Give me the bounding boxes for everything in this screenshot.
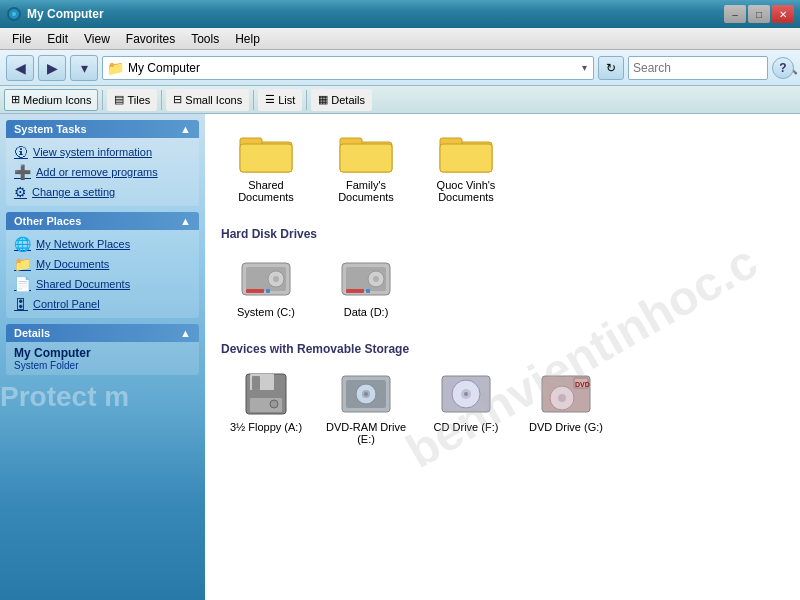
help-button[interactable]: ? [772, 57, 794, 79]
svg-point-21 [373, 276, 379, 282]
content-area[interactable]: benhvientinhoc.c Shared Documents Family… [205, 114, 800, 600]
other-places-section: Other Places ▲ 🌐 My Network Places 📁 My … [6, 212, 199, 318]
removable-label: DVD Drive (G:) [529, 421, 603, 433]
sidebar-link-network[interactable]: 🌐 My Network Places [10, 234, 195, 254]
folder-label: Family's Documents [325, 179, 407, 203]
sidebar-link-change-setting[interactable]: ⚙ Change a setting [10, 182, 195, 202]
removable-item[interactable]: DVD-RAM Drive (E:) [321, 366, 411, 449]
folders-grid: Shared Documents Family's Documents Quoc… [221, 124, 784, 207]
sidebar-link-my-documents[interactable]: 📁 My Documents [10, 254, 195, 274]
medium-icons-icon: ⊞ [11, 93, 20, 106]
dropdown-button[interactable]: ▾ [70, 55, 98, 81]
view-list[interactable]: ☰ List [258, 89, 302, 111]
hard-disk-item[interactable]: Data (D:) [321, 251, 411, 322]
hard-disk-item[interactable]: System (C:) [221, 251, 311, 322]
view-tiles[interactable]: ▤ Tiles [107, 89, 157, 111]
svg-rect-17 [266, 289, 270, 293]
shared-documents-icon: 📄 [14, 276, 31, 292]
view-toolbar: ⊞ Medium Icons ▤ Tiles ⊟ Small Icons ☰ L… [0, 86, 800, 114]
other-places-body: 🌐 My Network Places 📁 My Documents 📄 Sha… [6, 230, 199, 318]
minimize-button[interactable]: – [724, 5, 746, 23]
address-dropdown-arrow[interactable]: ▾ [580, 60, 589, 75]
menu-favorites[interactable]: Favorites [118, 30, 183, 48]
small-icons-label: Small Icons [185, 94, 242, 106]
folder-icon [438, 128, 494, 176]
list-icon: ☰ [265, 93, 275, 106]
hdd-label: Data (D:) [344, 306, 389, 318]
menu-edit[interactable]: Edit [39, 30, 76, 48]
svg-point-33 [364, 392, 368, 396]
removable-header: Devices with Removable Storage [221, 342, 784, 356]
network-icon: 🌐 [14, 236, 31, 252]
system-tasks-header[interactable]: System Tasks ▲ [6, 120, 199, 138]
view-system-icon: 🛈 [14, 144, 28, 160]
menu-tools[interactable]: Tools [183, 30, 227, 48]
folder-item[interactable]: Shared Documents [221, 124, 311, 207]
sidebar-link-control-panel[interactable]: 🎛 Control Panel [10, 294, 195, 314]
add-remove-icon: ➕ [14, 164, 31, 180]
title-bar: My Computer – □ ✕ [0, 0, 800, 28]
folder-icon [238, 128, 294, 176]
svg-text:DVD: DVD [575, 381, 590, 388]
menu-bar: File Edit View Favorites Tools Help [0, 28, 800, 50]
folder-item[interactable]: Family's Documents [321, 124, 411, 207]
protect-text: Protect m [0, 381, 205, 413]
svg-rect-5 [240, 144, 292, 172]
view-separator-1 [102, 90, 103, 110]
view-medium-icons[interactable]: ⊞ Medium Icons [4, 89, 98, 111]
details-header[interactable]: Details ▲ [6, 324, 199, 342]
network-label: My Network Places [36, 238, 130, 250]
details-collapse-icon: ▲ [180, 327, 191, 339]
control-panel-icon: 🎛 [14, 296, 28, 312]
my-documents-icon: 📁 [14, 256, 31, 272]
change-setting-label: Change a setting [32, 186, 115, 198]
main-area: System Tasks ▲ 🛈 View system information… [0, 114, 800, 600]
menu-help[interactable]: Help [227, 30, 268, 48]
view-separator-2 [161, 90, 162, 110]
back-button[interactable]: ◀ [6, 55, 34, 81]
folder-item[interactable]: Quoc Vinh's Documents [421, 124, 511, 207]
window-controls[interactable]: – □ ✕ [724, 5, 794, 23]
removable-icon [238, 370, 294, 418]
close-button[interactable]: ✕ [772, 5, 794, 23]
svg-point-15 [273, 276, 279, 282]
svg-rect-16 [246, 289, 264, 293]
menu-file[interactable]: File [4, 30, 39, 48]
svg-rect-22 [346, 289, 364, 293]
refresh-button[interactable]: ↻ [598, 56, 624, 80]
address-text: My Computer [128, 61, 580, 75]
hdd-icon [338, 255, 394, 303]
forward-button[interactable]: ▶ [38, 55, 66, 81]
maximize-button[interactable]: □ [748, 5, 770, 23]
svg-rect-23 [366, 289, 370, 293]
my-documents-label: My Documents [36, 258, 109, 270]
view-details[interactable]: ▦ Details [311, 89, 372, 111]
sidebar-link-shared-documents[interactable]: 📄 Shared Documents [10, 274, 195, 294]
removable-item[interactable]: 3½ Floppy (A:) [221, 366, 311, 449]
sidebar-link-add-remove[interactable]: ➕ Add or remove programs [10, 162, 195, 182]
sidebar-link-view-system[interactable]: 🛈 View system information [10, 142, 195, 162]
menu-view[interactable]: View [76, 30, 118, 48]
view-separator-3 [253, 90, 254, 110]
removable-label: CD Drive (F:) [434, 421, 499, 433]
view-system-label: View system information [33, 146, 152, 158]
removable-item[interactable]: CD Drive (F:) [421, 366, 511, 449]
details-item-title: My Computer [14, 346, 191, 360]
address-bar[interactable]: 📁 My Computer ▾ [102, 56, 594, 80]
details-icon: ▦ [318, 93, 328, 106]
removable-label: DVD-RAM Drive (E:) [325, 421, 407, 445]
list-label: List [278, 94, 295, 106]
details-body: My Computer System Folder [6, 342, 199, 375]
svg-point-28 [270, 400, 278, 408]
details-label: Details [331, 94, 365, 106]
removable-item[interactable]: DVD DVD Drive (G:) [521, 366, 611, 449]
svg-rect-26 [252, 376, 260, 390]
view-small-icons[interactable]: ⊟ Small Icons [166, 89, 249, 111]
search-input[interactable] [633, 61, 783, 75]
search-box[interactable]: 🔍 [628, 56, 768, 80]
other-places-header[interactable]: Other Places ▲ [6, 212, 199, 230]
other-places-collapse-icon: ▲ [180, 215, 191, 227]
details-title-label: Details [14, 327, 50, 339]
tiles-icon: ▤ [114, 93, 124, 106]
address-folder-icon: 📁 [107, 60, 124, 76]
